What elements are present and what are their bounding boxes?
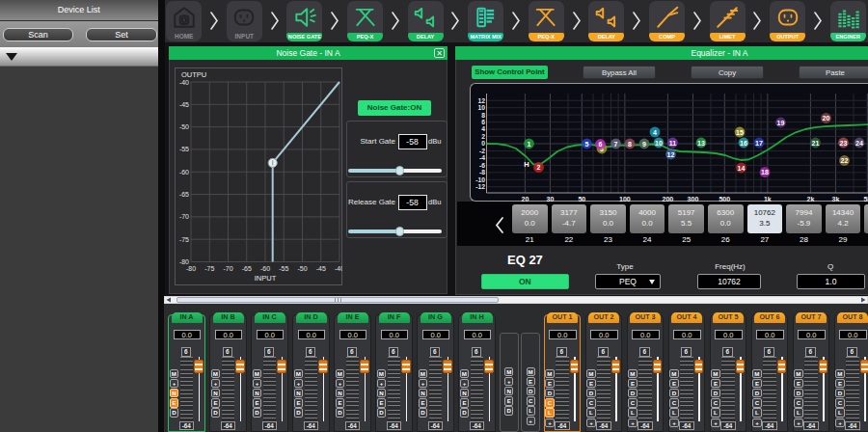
svg-text:30: 30 — [547, 196, 555, 202]
svg-text:11: 11 — [669, 140, 677, 147]
svg-text:15: 15 — [736, 129, 744, 136]
svg-text:-55: -55 — [179, 146, 189, 152]
svg-text:24: 24 — [855, 140, 863, 147]
svg-text:16: 16 — [740, 140, 747, 147]
svg-text:-55: -55 — [279, 265, 288, 272]
svg-text:6: 6 — [481, 119, 485, 125]
svg-text:-75: -75 — [179, 236, 189, 243]
svg-text:22: 22 — [841, 157, 849, 164]
svg-text:300: 300 — [688, 196, 699, 202]
svg-text:18: 18 — [761, 169, 769, 176]
svg-text:2: 2 — [481, 133, 485, 140]
svg-text:-40: -40 — [179, 79, 189, 86]
svg-text:10: 10 — [655, 140, 663, 147]
svg-text:-8: -8 — [479, 169, 485, 176]
svg-text:-12: -12 — [475, 183, 485, 190]
svg-text:50: 50 — [578, 196, 585, 202]
svg-text:OUTPU: OUTPU — [181, 70, 206, 79]
svg-text:13: 13 — [697, 140, 705, 147]
svg-text:19: 19 — [777, 120, 785, 126]
svg-text:4: 4 — [481, 125, 485, 132]
svg-text:-45: -45 — [316, 265, 326, 272]
svg-text:9: 9 — [642, 141, 646, 148]
svg-text:-70: -70 — [223, 265, 232, 272]
svg-text:-60: -60 — [179, 169, 189, 176]
svg-text:-50: -50 — [297, 265, 307, 272]
svg-text:-60: -60 — [260, 265, 270, 272]
svg-text:21: 21 — [812, 140, 820, 147]
svg-text:-4: -4 — [479, 154, 485, 161]
svg-text:2k: 2k — [807, 196, 815, 202]
svg-text:8: 8 — [628, 141, 632, 148]
svg-text:-80: -80 — [186, 265, 196, 272]
svg-text:-65: -65 — [242, 265, 252, 272]
svg-text:20: 20 — [823, 115, 830, 122]
svg-text:5: 5 — [585, 141, 589, 148]
svg-text:H: H — [524, 160, 529, 169]
svg-text:-75: -75 — [204, 265, 214, 272]
svg-text:INPUT: INPUT — [255, 274, 277, 283]
svg-text:2: 2 — [537, 164, 541, 171]
svg-text:3k: 3k — [832, 196, 840, 202]
svg-text:23: 23 — [840, 140, 848, 147]
svg-text:-10: -10 — [475, 176, 485, 183]
svg-text:8: 8 — [481, 112, 485, 119]
svg-text:6: 6 — [599, 141, 603, 148]
svg-text:1: 1 — [528, 141, 531, 148]
svg-text:-70: -70 — [179, 213, 189, 220]
svg-text:12: 12 — [477, 97, 485, 104]
svg-text:-45: -45 — [179, 101, 189, 108]
svg-text:-2: -2 — [479, 148, 485, 154]
svg-text:10: 10 — [477, 104, 485, 111]
svg-text:14: 14 — [738, 165, 746, 172]
svg-text:7: 7 — [614, 141, 618, 148]
svg-text:-50: -50 — [179, 123, 189, 130]
svg-text:12: 12 — [667, 151, 675, 158]
svg-text:100: 100 — [619, 196, 631, 202]
svg-text:17: 17 — [755, 140, 763, 147]
svg-text:1k: 1k — [764, 196, 772, 202]
svg-text:500: 500 — [719, 196, 730, 202]
svg-text:-80: -80 — [179, 258, 189, 265]
svg-text:-65: -65 — [179, 191, 189, 198]
svg-text:5k: 5k — [863, 196, 868, 202]
svg-text:-6: -6 — [479, 162, 485, 169]
svg-text:0: 0 — [481, 140, 485, 147]
svg-text:-40: -40 — [335, 265, 342, 272]
svg-text:4: 4 — [653, 129, 657, 136]
svg-text:20: 20 — [522, 196, 529, 202]
svg-text:200: 200 — [663, 196, 674, 202]
